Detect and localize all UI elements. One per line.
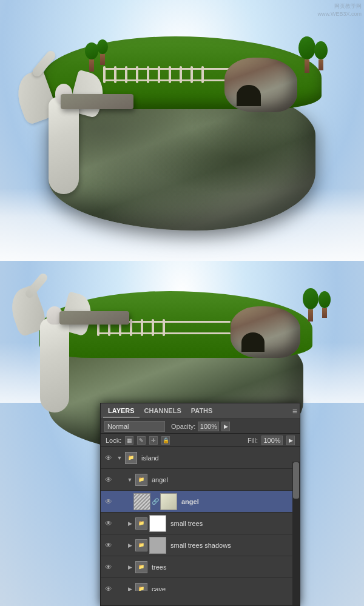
layer-row-angel[interactable]: 👁 🔗 angel — [101, 491, 300, 513]
fill-arrow[interactable]: ▶ — [286, 436, 295, 445]
opacity-arrow[interactable]: ▶ — [221, 422, 230, 431]
eye-icon-island[interactable]: 👁 — [103, 453, 114, 463]
expand-arrow-small-trees[interactable]: ▶ — [126, 520, 133, 527]
eye-icon-trees[interactable]: 👁 — [103, 562, 114, 573]
tree-trunk — [305, 59, 309, 73]
bottom-angel — [27, 279, 82, 412]
angel-statue — [24, 24, 103, 194]
watermark-line2: www.WEB3X.com — [317, 11, 362, 17]
stone-platform — [61, 94, 133, 109]
lock-all[interactable]: 🔒 — [161, 436, 170, 445]
layer-name-trees: trees — [149, 564, 297, 571]
layer-row-angel-group[interactable]: 👁 ▼ 📁 angel — [101, 469, 300, 491]
cave-opening — [237, 85, 261, 106]
cave-rock — [224, 58, 297, 112]
expand-arrow-small-trees-shadows[interactable]: ▶ — [126, 542, 133, 549]
group-icon-trees: 📁 — [135, 561, 147, 573]
lock-checkerboard[interactable]: ▦ — [125, 436, 133, 445]
watermark-line1: 网页教学网 — [334, 3, 362, 9]
blend-mode-select[interactable]: Normal Dissolve Multiply Screen Overlay — [104, 421, 165, 432]
group-icon-cave: 📁 — [135, 583, 147, 591]
tab-channels[interactable]: CHANNELS — [140, 405, 186, 418]
fence-rail-top — [103, 68, 237, 70]
lock-brush[interactable]: ✎ — [137, 436, 146, 445]
layer-name-angel-group: angel — [149, 476, 297, 483]
tab-paths[interactable]: PATHS — [186, 405, 218, 418]
layer-thumb-small-trees — [149, 515, 166, 532]
panel-controls-blend: Normal Dissolve Multiply Screen Overlay … — [101, 419, 300, 434]
bottom-cave — [231, 306, 300, 358]
fence-rail-bottom — [103, 79, 237, 81]
layers-panel: LAYERS CHANNELS PATHS ≡ Normal Dissolve … — [100, 403, 300, 606]
scrollbar[interactable] — [292, 462, 300, 605]
cave — [224, 58, 297, 112]
tab-layers[interactable]: LAYERS — [103, 405, 140, 418]
tree-foliage — [298, 36, 315, 59]
opacity-label: Opacity: — [171, 423, 195, 430]
bottom-cave-opening — [241, 332, 265, 352]
layer-name-cave: cave — [149, 585, 297, 591]
fill-label: Fill: — [248, 437, 258, 444]
island-container — [30, 24, 334, 243]
group-icon-angel-group: 📁 — [135, 474, 147, 486]
layer-name-island: island — [139, 454, 297, 462]
tree-right-1 — [298, 36, 315, 73]
expand-arrow-island[interactable]: ▼ — [116, 454, 123, 462]
eye-icon-angel[interactable]: 👁 — [103, 496, 114, 507]
tree-right-2 — [314, 41, 328, 70]
bottom-tree-right-1 — [303, 288, 318, 322]
eye-icon-small-trees[interactable]: 👁 — [103, 518, 114, 529]
layer-row-cave[interactable]: 👁 ▶ 📁 cave — [101, 578, 300, 591]
eye-icon-cave[interactable]: 👁 — [103, 584, 114, 591]
scrollbar-thumb[interactable] — [293, 462, 299, 499]
eye-icon-angel-group[interactable]: 👁 — [103, 474, 114, 485]
group-icon-small-trees-shadows: 📁 — [135, 539, 147, 551]
angel-figure — [36, 49, 91, 194]
watermark: 网页教学网 www.WEB3X.com — [317, 2, 362, 18]
tree-foliage — [303, 288, 318, 309]
layer-mask-angel — [160, 493, 177, 510]
bottom-stone-platform — [59, 311, 129, 325]
expand-arrow-trees[interactable]: ▶ — [126, 564, 133, 571]
layer-name-small-trees: small trees — [168, 520, 297, 527]
layer-thumb-small-trees-shadows — [149, 537, 166, 554]
layer-row-small-trees[interactable]: 👁 ▶ 📁 small trees — [101, 513, 300, 534]
layer-name-small-trees-shadows: small trees shadows — [168, 542, 297, 549]
layer-row-trees[interactable]: 👁 ▶ 📁 trees — [101, 556, 300, 578]
panel-menu-icon[interactable]: ≡ — [292, 406, 297, 416]
layer-thumb-angel — [133, 493, 150, 510]
lock-move[interactable]: ✛ — [149, 436, 158, 445]
fence — [103, 66, 237, 84]
group-icon-small-trees: 📁 — [135, 517, 147, 530]
tree-trunk — [308, 309, 313, 322]
tree-trunk — [322, 308, 327, 318]
layer-name-angel: angel — [179, 498, 297, 505]
tree-foliage — [318, 291, 331, 308]
bottom-canvas: LAYERS CHANNELS PATHS ≡ Normal Dissolve … — [0, 261, 364, 606]
lock-label: Lock: — [106, 437, 121, 444]
fence-rail-bottom — [97, 332, 231, 334]
tree-trunk — [318, 59, 323, 70]
angel-body — [49, 97, 79, 194]
expand-arrow-cave[interactable]: ▶ — [126, 585, 133, 591]
layer-row-small-trees-shadows[interactable]: 👁 ▶ 📁 small trees shadows — [101, 534, 300, 556]
bottom-angel-body — [40, 318, 69, 412]
bottom-tree-right-2 — [318, 291, 331, 318]
eye-icon-small-trees-shadows[interactable]: 👁 — [103, 540, 114, 551]
layer-row-island[interactable]: 👁 ▼ 📁 island — [101, 447, 300, 469]
tree-foliage — [314, 41, 328, 59]
top-canvas: 网页教学网 www.WEB3X.com — [0, 0, 364, 261]
panel-header: LAYERS CHANNELS PATHS ≡ — [101, 403, 300, 419]
expand-arrow-angel-group[interactable]: ▼ — [126, 476, 133, 483]
lock-row: Lock: ▦ ✎ ✛ 🔒 Fill: ▶ — [101, 434, 300, 447]
fill-input[interactable] — [261, 436, 283, 445]
opacity-input[interactable] — [198, 422, 219, 431]
layers-list: 👁 ▼ 📁 island 👁 ▼ 📁 angel 👁 🔗 — [101, 447, 300, 591]
group-icon-island: 📁 — [125, 452, 137, 464]
layer-link-angel[interactable]: 🔗 — [152, 493, 158, 510]
